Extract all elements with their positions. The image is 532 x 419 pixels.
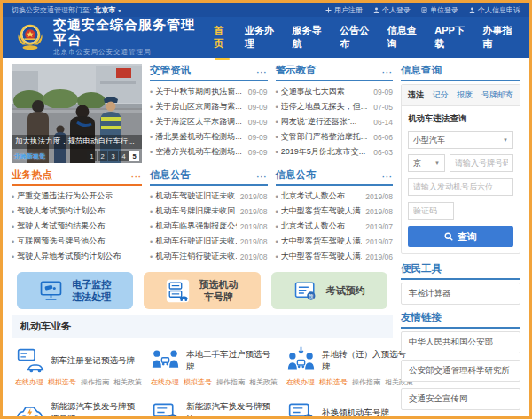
news-item[interactable]: •大中型客货车驾驶人满...2019/08 [276,204,394,219]
vb-nonlocal-transfer-in[interactable]: 异地转（迁）入预选号牌 在线办理 模拟选号 操作指南 相关政策 [286,345,413,387]
carousel-page-4[interactable]: 4 [119,151,129,161]
svg-text:换: 换 [170,415,176,419]
news-item[interactable]: •机动车注销行驶证未收...2019/08 [150,249,268,264]
news-item[interactable]: •关于海淀区太平东路调...09-09 [150,114,268,129]
nav-announcements[interactable]: 公告公布 [339,20,374,54]
link-guide[interactable]: 操作指南 [352,377,380,387]
news-row-1: 加大执法力度，规范电动自行车行... 北晚新视觉 1 2 3 4 5 [12,64,393,163]
vehicle-type-select[interactable]: 小型汽车 ▼ [408,131,513,149]
people-car-icon [151,345,180,375]
news-item[interactable]: •北京考试人数公布2019/08 [276,189,394,204]
news-item[interactable]: •2019年5月份北京市交...06-03 [276,144,394,159]
carousel-page-2[interactable]: 2 [98,151,107,161]
news-item[interactable]: •驾驶人考试预约计划公布 [12,204,142,219]
section-header: 警示教育 ··· [276,64,394,81]
link-online-apply[interactable]: 在线办理 [15,377,43,387]
news-item[interactable]: •机动车号牌旧牌未收回...2019/08 [150,204,268,219]
engine-number-input[interactable] [408,178,513,196]
link-simulate-pick[interactable]: 模拟选号 [184,377,212,387]
news-item[interactable]: •违停之地虽无探头，但...07-05 [276,99,394,114]
info-appeal-link[interactable]: 个人信息申诉 [469,5,520,15]
news-item[interactable]: •关于房山区京周路与紫...09-09 [150,99,268,114]
news-item[interactable]: •驾驶人异地考试预约计划公布 [12,249,142,264]
news-item[interactable]: •互联网预选号牌号池公布 [12,234,142,249]
personal-login-link[interactable]: 个人登录 [373,5,411,15]
link-simulate-pick[interactable]: 模拟选号 [319,377,348,387]
violation-query-panel: 违法 记分 报废 号牌邮寄 机动车违法查询 小型汽车 ▼ 京 ▼ [401,84,520,254]
news-item[interactable]: •机动车驾驶证旧证未收...2019/08 [150,189,268,204]
link-policy[interactable]: 相关政策 [249,377,278,387]
tab-scrap[interactable]: 报废 [457,89,473,101]
section-title: 警示教育 [276,64,317,77]
tool-vehicle-inspection-calculator[interactable]: 车检计算器 [401,283,520,305]
news-item[interactable]: •空港方兴机动车检测场...09-09 [150,144,268,159]
nav-help-guide[interactable]: 办事指南 [481,20,517,54]
news-item[interactable]: •机动车行驶证旧证未收...2019/08 [150,234,268,249]
search-icon [444,232,453,241]
link-guide[interactable]: 操作指南 [81,377,109,387]
more-link[interactable]: ··· [257,174,268,182]
tab-points[interactable]: 记分 [433,89,449,101]
news-item[interactable]: •驾驶人考试预约结果公布 [12,219,142,234]
captcha-input[interactable] [408,202,454,220]
news-item[interactable]: •潘北昊盛机动车检测场...09-09 [150,129,268,144]
carousel-page-3[interactable]: 3 [108,151,118,161]
link-online-apply[interactable]: 在线办理 [286,377,315,387]
news-item[interactable]: •关于中秋节期间执法窗...09-09 [150,84,268,99]
carousel-pagination: 1 2 3 4 5 [86,151,139,161]
news-item[interactable]: •机动车临界强制报废公告2019/08 [150,219,268,234]
carousel-page-5[interactable]: 5 [129,151,139,161]
vb-ev-plate-preselect[interactable]: 新能源汽车换发号牌预选号牌 [15,398,142,419]
news-item[interactable]: •交通事故七大因素09-09 [276,84,394,99]
electric-car-icon [15,398,44,419]
link-guide[interactable]: 操作指南 [216,377,245,387]
card-preselect-plate[interactable]: 预选机动 车号牌 [144,272,260,309]
card-exam-appointment[interactable]: 预 考试预约 [271,272,387,309]
nav-info-query[interactable]: 信息查询 [387,20,422,54]
hero-carousel[interactable]: 加大执法力度，规范电动自行车行... 北晚新视觉 1 2 3 4 5 [12,64,142,163]
more-link[interactable]: ··· [257,69,268,77]
section-info-publication: 信息公布 ··· •北京考试人数公布2019/08 •大中型客货车驾驶人满...… [276,168,394,264]
vb-plate-replacement[interactable]: 补 补换领机动车号牌 [286,398,413,419]
news-item[interactable]: •大中型客货车驾驶人满...2019/07 [276,234,394,249]
vb-links: 在线办理 模拟选号 操作指南 相关政策 [286,377,413,387]
register-link[interactable]: 用户注册 [325,5,363,15]
unit-login-link[interactable]: 单位登录 [421,5,458,15]
more-link[interactable]: ··· [131,174,142,182]
vb-local-usedcar-transfer[interactable]: 本地二手车过户预选号牌 在线办理 模拟选号 操作指南 相关政策 [151,345,278,387]
nav-service-guide[interactable]: 服务导航 [292,20,327,54]
more-link[interactable]: ··· [382,174,393,182]
tab-plate-mail[interactable]: 号牌邮寄 [481,89,513,101]
link-online-apply[interactable]: 在线办理 [151,377,179,387]
carousel-strip: 北晚新视觉 1 2 3 4 5 [12,151,142,161]
tab-violation[interactable]: 违法 [408,89,424,101]
friend-link-traffic-research[interactable]: 公安部交通管理科学研究所 [401,360,520,382]
card-electronic-monitoring[interactable]: 电子监控 违法处理 [17,272,133,309]
vb-ev-plate-appointment[interactable]: 换 新能源汽车换发号牌预约 [151,398,278,419]
news-item[interactable]: •北京考试人数公布2019/07 [276,219,394,234]
news-item[interactable]: •大中型客货车驾驶人满...2019/06 [276,249,394,264]
region-switcher[interactable]: 切换公安交通管理部门至: 北京市 ▾ [12,5,121,15]
plate-prefix-select[interactable]: 京 ▼ [408,154,445,172]
section-title: 交管资讯 [150,64,191,77]
link-simulate-pick[interactable]: 模拟选号 [48,377,76,387]
query-button[interactable]: 查询 [408,226,513,247]
nav-business[interactable]: 业务办理 [244,20,279,54]
nav-app-download[interactable]: APP下载 [434,20,469,54]
news-item[interactable]: •网友说“逆行还嚣张”...06-14 [276,114,394,129]
link-policy[interactable]: 相关政策 [113,377,142,387]
news-item[interactable]: •交管部门严格整治摩托...06-06 [276,129,394,144]
friend-link-safety-publicity[interactable]: 交通安全宣传网 [401,388,520,410]
region-switch-label: 切换公安交通管理部门至: [12,5,91,15]
plate-number-input[interactable] [450,154,513,172]
section-title: 信息公布 [276,168,317,182]
more-link[interactable]: ··· [382,69,393,77]
carousel-page-1[interactable]: 1 [87,151,97,161]
section-header: 交管资讯 ··· [150,64,268,81]
chevron-down-icon: ▾ [118,7,121,13]
friend-link-mps[interactable]: 中华人民共和国公安部 [401,331,520,353]
quick-action-cards: 电子监控 违法处理 [17,272,387,309]
news-item[interactable]: •严重交通违法行为公开公示 [12,189,142,204]
vb-new-car-register[interactable]: 新车注册登记预选号牌 在线办理 模拟选号 操作指南 相关政策 [15,345,142,387]
nav-home[interactable]: 首页 [213,20,231,54]
